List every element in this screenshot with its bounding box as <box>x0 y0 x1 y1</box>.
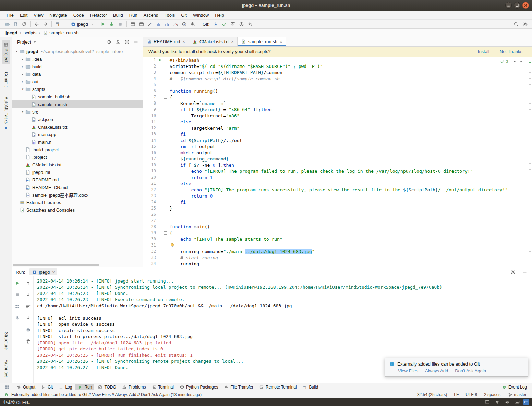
expand-arrow[interactable]: ▾ <box>20 110 25 114</box>
debug-button[interactable] <box>108 20 116 28</box>
save-all-button[interactable] <box>11 20 20 28</box>
line-number[interactable]: 26 <box>143 212 157 217</box>
toolwindow-remote-terminal[interactable]: Remote Terminal <box>256 384 299 390</box>
run-settings-button[interactable] <box>509 268 517 276</box>
line-number[interactable]: 18 <box>143 163 157 167</box>
editor-tab-cmakelists-txt[interactable]: CMakeLists.txt× <box>189 37 238 46</box>
line-number[interactable]: 3 <box>143 70 157 75</box>
line-number[interactable]: 4 <box>143 76 157 81</box>
tree-item-sample-jpegd-docx[interactable]: Wsample_jpegd基本原理.docx <box>12 191 143 199</box>
menu-navigate[interactable]: Navigate <box>46 12 70 19</box>
line-number[interactable]: 11 <box>143 119 157 124</box>
bar-chart-button[interactable] <box>155 20 163 28</box>
menu-window[interactable]: Window <box>190 12 212 19</box>
line-number[interactable]: 19 <box>143 169 157 174</box>
line-number[interactable]: 31 <box>143 243 157 248</box>
menu-refactor[interactable]: Refactor <box>87 12 110 19</box>
line-number[interactable]: 32 <box>143 249 157 254</box>
open-folder-button[interactable] <box>3 20 11 28</box>
tree-item-project[interactable]: .project <box>12 153 143 161</box>
prev-problem-icon[interactable] <box>512 59 517 64</box>
stop-button[interactable] <box>13 291 22 298</box>
line-number[interactable]: 21 <box>143 181 157 186</box>
git-commit-button[interactable] <box>220 20 228 28</box>
breadcrumb-item-scripts[interactable]: scripts <box>24 30 37 35</box>
bar-chart-button[interactable] <box>163 20 171 28</box>
toolwindow-build[interactable]: Build <box>300 384 321 390</box>
toolwindow-problems[interactable]: Problems <box>119 384 148 390</box>
tree-item-readme-md[interactable]: MDREADME.md <box>12 176 143 183</box>
close-tab-icon[interactable]: × <box>280 39 282 44</box>
notification-popup[interactable]: Externally added files can be added to G… <box>385 358 528 377</box>
git-history-button[interactable] <box>237 20 245 28</box>
always-add-link[interactable]: Always Add <box>425 368 448 373</box>
forward-arrow-button[interactable] <box>41 20 49 28</box>
search-button[interactable] <box>512 20 520 28</box>
editor-tab-sample-run-sh[interactable]: $sample_run.sh× <box>238 37 286 46</box>
record-button[interactable] <box>180 20 189 28</box>
run-button[interactable] <box>99 20 107 28</box>
line-number[interactable]: 7 <box>143 95 157 99</box>
code-editor[interactable]: 1#!/bin/bash2ScriptPath="$( cd "$(dirnam… <box>143 57 532 267</box>
line-number[interactable]: 8 <box>143 101 157 106</box>
stripe-tab-structure[interactable]: Structure <box>3 330 10 352</box>
line-number[interactable]: 28 <box>143 224 157 229</box>
menu-code[interactable]: Code <box>70 12 87 19</box>
line-number[interactable]: 1 <box>143 58 157 62</box>
step-down-button[interactable] <box>24 291 33 298</box>
line-number[interactable]: 30 <box>143 237 157 241</box>
tree-item-main-cpp[interactable]: C+main.cpp <box>12 131 143 138</box>
view-files-link[interactable]: View Files <box>398 368 418 373</box>
line-number[interactable]: 24 <box>143 200 157 204</box>
toolwindow-file-transfer[interactable]: File Transfer <box>221 384 256 390</box>
rerun-button[interactable] <box>13 279 22 287</box>
tree-item-jpegd-iml[interactable]: Ijpegd.iml <box>12 168 143 176</box>
expand-arrow[interactable]: ▸ <box>20 80 25 83</box>
sync-button[interactable] <box>20 20 28 28</box>
file-encoding[interactable]: UTF-8 <box>466 392 477 397</box>
line-number[interactable]: 9 <box>143 107 157 112</box>
line-number[interactable]: 5 <box>143 82 157 87</box>
tree-item-src[interactable]: ▾src <box>12 108 143 116</box>
toolwindow-output[interactable]: Output <box>14 384 38 390</box>
tree-item-sample-run-sh[interactable]: $sample_run.sh <box>12 100 143 108</box>
editor-tab-readme-md[interactable]: MDREADME.md× <box>143 37 189 46</box>
pin-button[interactable] <box>13 314 22 322</box>
stripe-tab-commit[interactable]: Commit <box>3 70 10 89</box>
menu-tools[interactable]: Tools <box>161 12 178 19</box>
menu-ascend[interactable]: Ascend <box>141 12 161 19</box>
settings-button[interactable] <box>521 20 529 28</box>
run-line-icon[interactable] <box>157 57 163 63</box>
breadcrumb-item-sample-run-sh[interactable]: $sample_run.sh <box>43 30 78 36</box>
tree-item-jpegd[interactable]: ▾jpegd~/samples/cplusplus/level2_simple_… <box>12 48 143 55</box>
tray-display-button[interactable] <box>484 399 491 406</box>
tray-sound-button[interactable] <box>504 399 510 406</box>
maximize-button[interactable] <box>514 2 520 9</box>
dont-ask-again-link[interactable]: Don't Ask Again <box>455 368 486 373</box>
hide-run-panel-button[interactable] <box>520 268 529 276</box>
menu-help[interactable]: Help <box>212 12 227 19</box>
menu-run[interactable]: Run <box>126 12 141 19</box>
gauge-button[interactable] <box>172 20 180 28</box>
line-number[interactable]: 6 <box>143 88 157 93</box>
tree-item-scratches-and-consoles[interactable]: Scratches and Consoles <box>12 206 143 214</box>
tree-item-external-libraries[interactable]: External Libraries <box>12 199 143 206</box>
next-problem-icon[interactable] <box>518 59 523 64</box>
print-button[interactable] <box>24 326 33 333</box>
minimize-button[interactable] <box>505 2 512 9</box>
grid-button[interactable] <box>13 302 22 310</box>
input-method-indicator[interactable] <box>523 399 529 405</box>
editor-scrollbar[interactable] <box>528 57 532 267</box>
stripe-tab-automl-tasks[interactable]: AutoML Tasks <box>2 95 10 133</box>
line-number[interactable]: 25 <box>143 206 157 211</box>
menu-git[interactable]: Git <box>178 12 190 19</box>
tree-item-build-project[interactable]: .build_project <box>12 146 143 153</box>
intention-bulb-icon[interactable] <box>170 243 175 248</box>
tool-window-switcher[interactable] <box>3 383 11 391</box>
close-tab-icon[interactable]: × <box>231 39 234 44</box>
tree-item-sample-build-sh[interactable]: $sample_build.sh <box>12 93 143 100</box>
back-arrow-button[interactable] <box>33 20 41 28</box>
indent-style[interactable]: 2 spaces <box>484 392 500 397</box>
hide-panel-button[interactable] <box>132 38 140 46</box>
git-push-button[interactable] <box>229 20 237 28</box>
